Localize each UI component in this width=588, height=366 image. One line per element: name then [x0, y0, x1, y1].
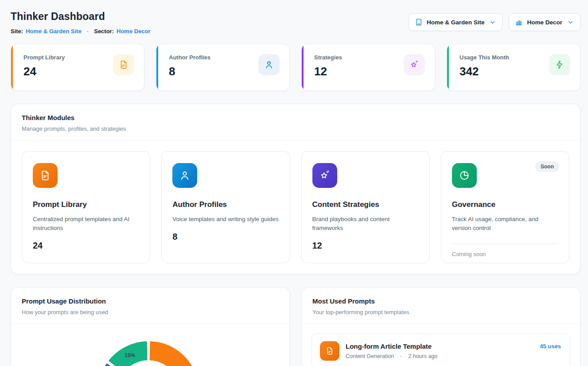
module-description: Brand playbooks and content frameworks — [312, 215, 419, 233]
segment-orange — [149, 341, 199, 366]
modules-section-title: Thinker Modules — [22, 114, 569, 121]
module-count: 24 — [33, 241, 139, 251]
module-title: Prompt Library — [33, 200, 139, 209]
dot-separator: · — [87, 28, 89, 35]
module-title: Content Strategies — [312, 200, 419, 209]
modules-section-subtitle: Manage prompts, profiles, and strategies — [22, 125, 569, 132]
module-card-author-profiles[interactable]: Author Profiles Voice templates and writ… — [161, 151, 290, 263]
most-used-subtitle: Your top-performing prompt templates — [312, 309, 569, 315]
stat-value: 342 — [459, 65, 509, 78]
pie-chart-icon — [452, 163, 477, 188]
accent-bar — [447, 44, 449, 90]
accent-bar — [156, 44, 158, 90]
stat-label: Prompt Library — [23, 54, 65, 61]
user-icon — [258, 54, 280, 75]
site-link[interactable]: Home & Garden Site — [26, 28, 82, 35]
document-icon — [113, 54, 134, 75]
soon-badge: Soon — [535, 161, 559, 172]
sector-label: Sector: — [94, 28, 114, 35]
chevron-down-icon — [567, 19, 574, 26]
module-title: Author Profiles — [172, 200, 279, 209]
stat-value: 24 — [23, 65, 65, 78]
user-icon — [172, 163, 197, 188]
document-icon — [320, 341, 339, 361]
breadcrumb: Site: Home & Garden Site · Sector: Home … — [11, 28, 151, 35]
prompt-list-item[interactable]: Long-form Article Template Content Gener… — [312, 334, 570, 366]
page-title: Thinker Dashboard — [11, 11, 151, 23]
stats-row: Prompt Library 24 Author Profiles 8 Stra… — [11, 44, 580, 91]
coming-soon-text: Coming soon — [452, 251, 558, 257]
stat-value: 12 — [314, 65, 342, 78]
stat-label: Strategies — [314, 54, 342, 61]
thinker-modules-card: Thinker Modules Manage prompts, profiles… — [11, 104, 580, 274]
donut-chart-svg: 15% — [95, 339, 202, 366]
site-label: Site: — [11, 28, 23, 35]
prompt-item-category: Content Generation — [346, 353, 394, 359]
building-icon — [415, 18, 423, 26]
most-used-prompts-card: Most Used Prompts Your top-performing pr… — [301, 287, 580, 366]
stat-card-author-profiles[interactable]: Author Profiles 8 — [156, 44, 290, 91]
prompt-item-time: 2 hours ago — [408, 353, 437, 359]
accent-bar — [11, 44, 13, 90]
usage-chart-subtitle: How your prompts are being used — [22, 309, 279, 315]
module-card-prompt-library[interactable]: Prompt Library Centralized prompt templa… — [22, 151, 150, 263]
bar-chart-icon — [515, 18, 523, 26]
stat-label: Author Profiles — [169, 54, 210, 61]
star-icon — [404, 54, 425, 75]
module-count: 12 — [312, 241, 419, 251]
module-count: 8 — [172, 232, 279, 242]
stat-label: Usage This Month — [459, 54, 509, 61]
module-description: Track AI usage, compliance, and version … — [452, 215, 558, 233]
page-header: Thinker Dashboard Site: Home & Garden Si… — [11, 0, 580, 35]
star-icon — [312, 163, 337, 188]
document-icon — [33, 163, 58, 188]
dot-separator: · — [400, 353, 402, 359]
prompt-usage-distribution-card: Prompt Usage Distribution How your promp… — [11, 287, 290, 366]
prompt-item-uses-badge: 45 uses — [540, 343, 561, 350]
stat-card-strategies[interactable]: Strategies 12 — [301, 44, 435, 91]
donut-slice-label: 15% — [125, 352, 135, 358]
most-used-title: Most Used Prompts — [312, 297, 569, 305]
donut-chart: 15% — [11, 324, 289, 366]
module-card-content-strategies[interactable]: Content Strategies Brand playbooks and c… — [301, 151, 430, 263]
accent-bar — [302, 44, 304, 90]
modules-grid: Prompt Library Centralized prompt templa… — [11, 140, 580, 274]
site-selector-dropdown[interactable]: Home & Garden Site — [409, 13, 503, 31]
stat-card-usage[interactable]: Usage This Month 342 — [447, 44, 580, 91]
bolt-icon — [549, 54, 570, 75]
chevron-down-icon — [489, 19, 496, 26]
usage-chart-title: Prompt Usage Distribution — [22, 297, 279, 305]
sector-selector-label: Home Decor — [527, 19, 562, 26]
sector-link[interactable]: Home Decor — [117, 28, 151, 35]
module-card-governance[interactable]: Soon Governance Track AI usage, complian… — [441, 151, 569, 263]
module-description: Voice templates and writing style guides — [172, 215, 279, 224]
sector-selector-dropdown[interactable]: Home Decor — [509, 13, 580, 31]
module-description: Centralized prompt templates and AI inst… — [33, 215, 139, 233]
divider — [452, 243, 558, 244]
site-selector-label: Home & Garden Site — [427, 19, 485, 26]
stat-card-prompt-library[interactable]: Prompt Library 24 — [11, 44, 144, 91]
module-title: Governance — [452, 200, 558, 209]
prompt-item-title: Long-form Article Template — [346, 343, 533, 350]
stat-value: 8 — [169, 65, 210, 78]
